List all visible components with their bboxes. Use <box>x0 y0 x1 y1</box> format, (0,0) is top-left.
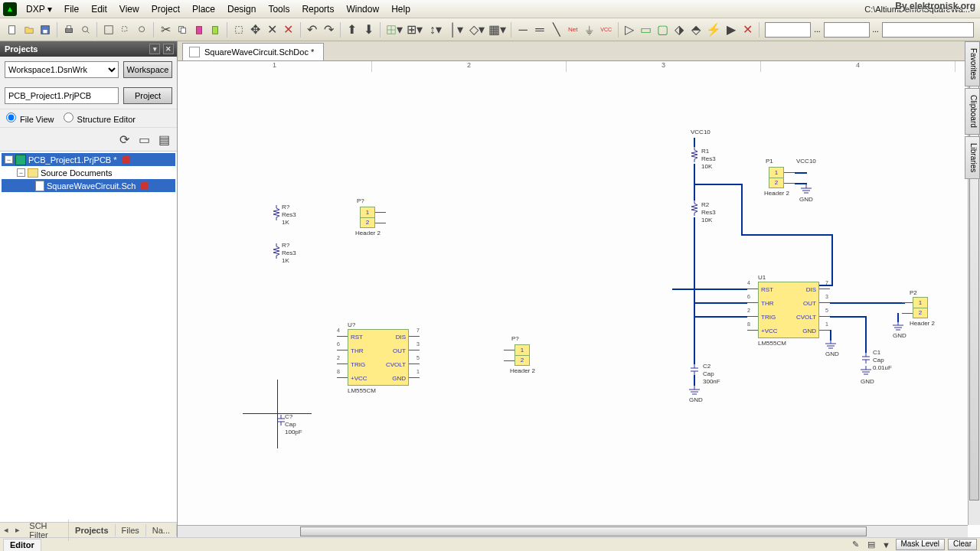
probe-icon[interactable]: ⚡ <box>705 21 722 38</box>
tab-projects[interactable]: Projects <box>69 524 115 536</box>
snap-dropdown[interactable]: ⊞▾ <box>405 21 424 38</box>
wire-icon[interactable]: ─ <box>515 21 531 38</box>
workspace-button[interactable]: Workspace <box>123 61 172 78</box>
tab-sch-filter[interactable]: SCH Filter <box>23 520 69 541</box>
grid-dropdown[interactable]: ▾ <box>384 21 403 38</box>
tab-navigator[interactable]: Na... <box>146 524 177 536</box>
tree-collapse-icon[interactable]: ▭ <box>136 131 152 148</box>
menu-tools[interactable]: Tools <box>262 2 296 16</box>
undo-icon[interactable]: ↶ <box>305 21 320 38</box>
deselect-icon[interactable]: ✕ <box>264 21 279 38</box>
tab-files[interactable]: Files <box>116 524 146 536</box>
doc-tab-active[interactable]: SquareWaveCircuit.SchDoc * <box>182 43 324 60</box>
menu-design[interactable]: Design <box>221 2 262 16</box>
tabs-prev-icon[interactable]: ◂ <box>0 525 11 535</box>
scrollbar-thumb[interactable] <box>300 527 867 536</box>
bus-icon[interactable]: ═ <box>532 21 547 38</box>
paste-special-icon[interactable] <box>207 21 223 38</box>
units-dropdown[interactable]: │▾ <box>446 21 466 38</box>
status-icon-1[interactable]: ✎ <box>850 539 862 550</box>
side-tab-favorites[interactable]: Favorites <box>965 41 980 86</box>
expand-icon[interactable]: − <box>17 168 25 177</box>
zoom-select-icon[interactable] <box>135 21 150 38</box>
port-icon[interactable]: ⬗ <box>672 21 688 38</box>
project-tree[interactable]: − PCB_Project1.PrjPCB * − Source Documen… <box>0 152 177 522</box>
component-ic-u7[interactable]: RSTDIS THROUT TRIGCVOLT +VCCGND <box>348 329 409 386</box>
project-field[interactable] <box>5 87 119 104</box>
paste-icon[interactable] <box>191 21 207 38</box>
menu-file[interactable]: File <box>58 2 85 16</box>
component-res-r7a[interactable] <box>273 205 280 222</box>
status-icon-2[interactable]: ▤ <box>865 539 877 550</box>
refresh-icon[interactable]: ⟳ <box>116 131 132 148</box>
clear-icon[interactable]: ✕ <box>281 21 296 38</box>
cut-icon[interactable]: ✂ <box>158 21 173 38</box>
close-panel-icon[interactable]: ✕ <box>163 44 174 54</box>
status-icon-3[interactable]: ▼ <box>880 539 893 550</box>
component-res-r7b[interactable] <box>273 243 280 260</box>
shape-dropdown[interactable]: ◇▾ <box>467 21 486 38</box>
status-tab-editor[interactable]: Editor <box>3 539 41 551</box>
part-icon[interactable]: ▷ <box>622 21 637 38</box>
harness-icon[interactable]: ⬘ <box>688 21 704 38</box>
menu-edit[interactable]: Edit <box>85 2 113 16</box>
new-icon[interactable] <box>5 21 20 38</box>
tree-root[interactable]: − PCB_Project1.PrjPCB * <box>2 153 175 166</box>
expand-icon[interactable]: − <box>5 155 13 164</box>
bus-entry-icon[interactable]: ╲ <box>549 21 564 38</box>
gnd-icon[interactable]: ⏚ <box>582 21 597 38</box>
component-cap-c1[interactable] <box>861 353 871 364</box>
component-header-p1[interactable]: 12 <box>769 167 784 188</box>
zoom-area-icon[interactable] <box>118 21 133 38</box>
pin-icon[interactable]: ▾ <box>149 44 160 54</box>
horizontal-scrollbar[interactable] <box>178 525 968 537</box>
component-header-p7a[interactable]: 12 <box>360 207 375 228</box>
redo-icon[interactable]: ↷ <box>321 21 336 38</box>
workspace-select[interactable]: Workspace1.DsnWrk <box>5 61 119 78</box>
component-res-r2[interactable] <box>691 201 698 217</box>
clear-button[interactable]: Clear <box>948 539 977 550</box>
schematic-canvas[interactable]: 1234 R? Res3 1K R? Res3 1K P? 12 Header … <box>178 61 968 525</box>
move-icon[interactable]: ✥ <box>248 21 263 38</box>
zoom-fit-icon[interactable] <box>101 21 116 38</box>
combo-2[interactable] <box>824 22 870 37</box>
menu-reports[interactable]: Reports <box>296 2 340 16</box>
copy-icon[interactable] <box>175 21 190 38</box>
select-rect-icon[interactable] <box>231 21 247 38</box>
mask-level-button[interactable]: Mask Level <box>896 539 946 550</box>
vcc-icon[interactable]: VCC <box>599 21 614 38</box>
save-icon[interactable] <box>38 21 53 38</box>
tabs-next-icon[interactable]: ▸ <box>11 525 23 535</box>
sheet-symbol-icon[interactable]: ▭ <box>639 21 654 38</box>
netlabel-icon[interactable]: Net <box>565 21 580 38</box>
menu-dxp[interactable]: DXP ▾ <box>20 2 58 16</box>
menu-project[interactable]: Project <box>145 2 186 16</box>
menu-view[interactable]: View <box>113 2 145 16</box>
tree-schdoc[interactable]: SquareWaveCircuit.Sch <box>2 179 175 192</box>
hierarchy-up-icon[interactable]: ⬆ <box>345 21 360 38</box>
component-header-p7b[interactable]: 12 <box>514 344 530 366</box>
sheet-entry-icon[interactable]: ▢ <box>655 21 671 38</box>
menu-place[interactable]: Place <box>186 2 221 16</box>
fileview-radio[interactable]: File View <box>6 112 54 124</box>
tree-source-docs[interactable]: − Source Documents <box>2 166 175 179</box>
directive-icon[interactable]: ▶ <box>724 21 739 38</box>
component-cap-c2[interactable] <box>689 364 700 375</box>
component-ic-u1[interactable]: RSTDIS THROUT TRIGCVOLT +VCCGND <box>758 282 819 338</box>
side-tab-libraries[interactable]: Libraries <box>965 136 980 179</box>
tree-options-icon[interactable]: ▤ <box>155 131 172 148</box>
cross-icon[interactable]: ✕ <box>740 21 756 38</box>
print-icon[interactable] <box>61 21 77 38</box>
menu-help[interactable]: Help <box>385 2 416 16</box>
combo-1[interactable] <box>765 22 811 37</box>
structeditor-radio[interactable]: Structure Editor <box>64 112 136 124</box>
component-res-r1[interactable] <box>691 147 698 164</box>
component-header-p2[interactable]: 12 <box>913 297 928 318</box>
combo-3[interactable] <box>882 22 974 37</box>
project-button[interactable]: Project <box>123 87 172 104</box>
print-preview-icon[interactable] <box>78 21 93 38</box>
menu-window[interactable]: Window <box>340 2 385 16</box>
grid2-dropdown[interactable]: ▦▾ <box>488 21 507 38</box>
hierarchy-down-icon[interactable]: ⬇ <box>361 21 377 38</box>
open-icon[interactable] <box>21 21 37 38</box>
